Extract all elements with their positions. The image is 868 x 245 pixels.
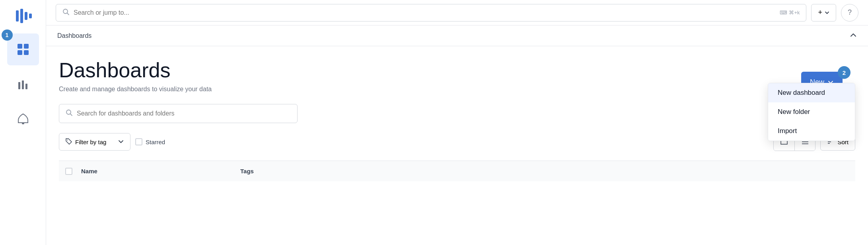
svg-point-12 bbox=[63, 9, 68, 14]
help-button[interactable]: ? bbox=[841, 4, 858, 22]
table-header: Name Tags bbox=[59, 161, 855, 181]
svg-rect-2 bbox=[25, 12, 27, 20]
step-badge-1: 1 bbox=[2, 29, 13, 41]
dashboard-search-input[interactable] bbox=[77, 110, 291, 117]
keyboard-icon: ⌨ bbox=[780, 10, 787, 16]
chevron-down-icon bbox=[118, 139, 124, 145]
plus-icon: + bbox=[818, 8, 822, 17]
global-search-input[interactable] bbox=[74, 9, 776, 16]
tag-icon bbox=[66, 138, 72, 146]
add-button[interactable]: + bbox=[811, 4, 836, 22]
starred-label-text: Starred bbox=[146, 139, 165, 145]
collapse-icon[interactable] bbox=[850, 31, 857, 40]
svg-point-14 bbox=[66, 110, 71, 114]
sidebar-item-explore[interactable] bbox=[7, 69, 39, 100]
starred-checkbox[interactable] bbox=[135, 138, 142, 145]
step-badge-2: 2 bbox=[838, 66, 850, 79]
section-header: Dashboards bbox=[46, 25, 868, 46]
section-title: Dashboards bbox=[57, 32, 91, 39]
sidebar: 1 bbox=[0, 0, 46, 245]
svg-rect-6 bbox=[18, 50, 22, 55]
main-content: ⌨ ⌘+k + ? Dashboards Dashboards bbox=[46, 0, 868, 245]
filter-by-tag-button[interactable]: Filter by tag bbox=[59, 133, 130, 151]
svg-rect-5 bbox=[24, 44, 29, 49]
svg-rect-3 bbox=[29, 14, 32, 18]
svg-rect-9 bbox=[22, 80, 24, 89]
new-dropdown-menu: 3 New dashboard New folder Import bbox=[768, 83, 855, 141]
svg-rect-7 bbox=[24, 50, 29, 55]
svg-line-15 bbox=[70, 114, 72, 116]
svg-rect-11 bbox=[22, 123, 24, 124]
search-shortcut: ⌨ ⌘+k bbox=[780, 10, 800, 16]
sidebar-item-alerting[interactable] bbox=[7, 104, 39, 135]
table-col-name: Name bbox=[81, 168, 240, 174]
filter-label: Filter by tag bbox=[75, 139, 106, 145]
app-logo bbox=[12, 5, 34, 27]
search-icon bbox=[62, 8, 70, 17]
global-search-bar[interactable]: ⌨ ⌘+k bbox=[56, 4, 806, 22]
page-title: Dashboards bbox=[59, 59, 855, 82]
table-col-check bbox=[65, 168, 81, 175]
svg-rect-8 bbox=[18, 82, 20, 89]
page-subtitle: Create and manage dashboards to visualiz… bbox=[59, 86, 855, 93]
search-icon bbox=[66, 109, 73, 118]
svg-rect-1 bbox=[20, 9, 23, 23]
dropdown-item-new-folder[interactable]: New folder bbox=[768, 102, 855, 122]
svg-point-16 bbox=[67, 139, 68, 140]
dashboard-search-bar[interactable] bbox=[59, 104, 298, 123]
select-all-checkbox[interactable] bbox=[65, 168, 72, 175]
page-content: Dashboards Create and manage dashboards … bbox=[46, 46, 868, 245]
table-col-tags: Tags bbox=[240, 168, 849, 174]
svg-rect-0 bbox=[16, 10, 19, 22]
topbar: ⌨ ⌘+k + ? bbox=[46, 0, 868, 25]
sidebar-item-wrapper-dashboards: 1 bbox=[7, 33, 39, 65]
dropdown-item-import[interactable]: Import bbox=[768, 122, 855, 141]
starred-filter[interactable]: Starred bbox=[135, 138, 165, 145]
dropdown-item-new-dashboard[interactable]: New dashboard bbox=[768, 83, 855, 102]
svg-line-13 bbox=[67, 13, 69, 15]
svg-rect-4 bbox=[18, 44, 22, 49]
sidebar-item-dashboards[interactable] bbox=[7, 33, 39, 65]
svg-rect-10 bbox=[25, 84, 27, 89]
filter-row: Filter by tag Starred bbox=[59, 133, 855, 151]
topbar-right: + ? bbox=[811, 4, 858, 22]
